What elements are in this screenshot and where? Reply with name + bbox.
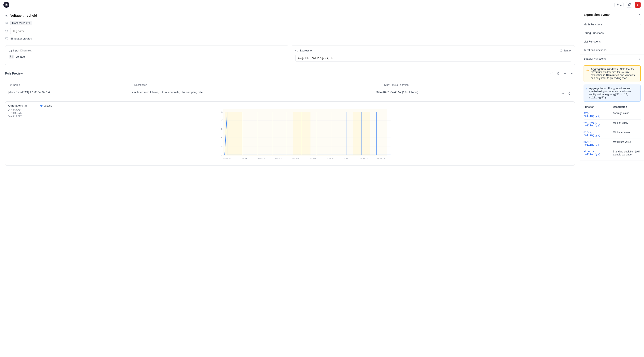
expression-card: Expression Syntax: [292, 45, 575, 65]
info-circle-icon: ℹ: [586, 87, 588, 99]
svg-text:04:49:02: 04:49:02: [258, 157, 265, 160]
svg-text:10: 10: [220, 119, 223, 122]
list-functions-row[interactable]: List Functions ›: [580, 37, 644, 46]
chart-svg-wrap: voltage 12 10 8 6 4 2: [40, 104, 572, 163]
tag-row: [5, 28, 575, 34]
rp-header: Expression Syntax ×: [580, 10, 644, 20]
simulator-row: Simulator created: [5, 37, 575, 40]
info-content: Aggregations : All aggregations are quer…: [589, 87, 638, 99]
tag-input[interactable]: [10, 28, 74, 34]
func-max-name: max(x,rolling(y)): [584, 140, 611, 146]
annotations-title: Annotations (3): [8, 104, 35, 107]
right-panel: Expression Syntax × Math Functions › Str…: [580, 10, 644, 357]
annotation-time-3: 04:49:11.577: [8, 115, 35, 118]
simulator-label: Simulator created: [10, 37, 32, 40]
chart-area: Annotations (3) 04:48:57.764 04:49:05.57…: [8, 104, 572, 163]
svg-text:04:48:58: 04:48:58: [223, 157, 231, 160]
rp-close-button[interactable]: ×: [639, 13, 640, 17]
iteration-functions-section: Iteration Functions ›: [580, 46, 644, 54]
func-col1: Function: [584, 106, 611, 108]
user-avatar[interactable]: B: [634, 2, 640, 8]
chart-view-button[interactable]: [560, 90, 566, 96]
string-functions-row[interactable]: String Functions ›: [580, 29, 644, 37]
svg-rect-1: [6, 15, 8, 15]
svg-rect-10: [11, 50, 12, 52]
info-text2: .: [607, 96, 608, 99]
math-functions-row[interactable]: Math Functions ›: [580, 20, 644, 28]
expand-button[interactable]: [569, 70, 575, 76]
refresh-button[interactable]: [548, 70, 554, 76]
rule-preview-actions: [548, 70, 575, 76]
math-functions-section: Math Functions ›: [580, 20, 644, 29]
list-functions-section: List Functions ›: [580, 37, 644, 46]
iteration-functions-row[interactable]: Iteration Functions ›: [580, 46, 644, 54]
stateful-functions-row[interactable]: Stateful Functions ∨: [580, 54, 644, 63]
svg-text:2: 2: [221, 154, 222, 156]
svg-text:04:49:12: 04:49:12: [343, 157, 350, 160]
func-max-desc: Maximum value: [613, 140, 641, 144]
badge-row: MarsRover2024: [5, 21, 575, 26]
logo[interactable]: [4, 2, 10, 8]
chart-container: Annotations (3) 04:48:57.764 04:49:05.57…: [5, 102, 575, 166]
list-functions-label: List Functions: [584, 40, 601, 43]
warning-title: Aggregation Windows: [591, 68, 618, 71]
string-functions-label: String Functions: [584, 32, 604, 34]
delete-button[interactable]: [555, 70, 561, 76]
channel-number: $1: [9, 55, 14, 58]
legend-dot: [40, 104, 42, 107]
func-row-median: median(x,rolling(y)) Median value: [584, 120, 640, 129]
math-functions-label: Math Functions: [584, 23, 602, 26]
plus-icon: [564, 72, 566, 75]
left-content: Voltage threshold MarsRover2024: [0, 10, 580, 357]
aggregations-info: ℹ Aggregations : All aggregations are qu…: [584, 84, 640, 102]
math-chevron-icon: ›: [640, 23, 640, 26]
topnav-right: 1 B: [614, 2, 640, 8]
svg-rect-2: [6, 15, 7, 16]
channel-name: voltage: [16, 55, 25, 58]
iteration-functions-label: Iteration Functions: [584, 48, 606, 52]
bell-icon: [616, 3, 619, 6]
svg-rect-6: [6, 37, 8, 39]
run-name-cell: [MarsRover2024].1730364537764: [8, 90, 128, 94]
rule-preview-section: Rule Preview: [5, 70, 575, 166]
annotation-time-1: 04:48:57.764: [8, 108, 35, 111]
row-actions: [560, 90, 572, 96]
chart-legend: voltage: [40, 104, 572, 107]
rule-preview-title: Rule Preview: [5, 72, 23, 75]
svg-rect-7: [9, 51, 10, 52]
aggregation-windows-warning: ⚠ Aggregation Windows : Note that the ma…: [584, 65, 640, 82]
input-channels-header: Input Channels: [9, 49, 285, 52]
functions-table: Function Description avg(x,rolling(y)) A…: [584, 104, 640, 158]
dataset-badge[interactable]: MarsRover2024: [10, 21, 32, 26]
input-channels-title: Input Channels: [13, 49, 32, 52]
func-stdev-name: stdev(x,rolling(y)): [584, 150, 611, 156]
expression-input[interactable]: [295, 55, 571, 62]
warning-icon: ⚠: [586, 68, 589, 80]
svg-text:8: 8: [221, 128, 222, 130]
delete-row-button[interactable]: [566, 90, 572, 96]
description-cell: simulated run: 1 flows, 8 total channels…: [132, 90, 372, 94]
expression-header: Expression Syntax: [295, 49, 571, 52]
rule-preview-header: Rule Preview: [5, 70, 575, 79]
iteration-chevron-icon: ›: [640, 49, 640, 52]
channel-item: $1 voltage: [9, 55, 285, 58]
chart-svg: 12 10 8 6 4 2: [40, 109, 572, 162]
svg-point-4: [6, 22, 8, 23]
func-row-avg: avg(x,rolling(y)) Average value: [584, 110, 640, 120]
chart-icon: [9, 49, 12, 52]
main-wrapper: Voltage threshold MarsRover2024: [0, 10, 644, 357]
svg-text:04:49: 04:49: [242, 157, 246, 160]
func-median-desc: Median value: [613, 121, 641, 124]
trash-icon: [557, 72, 560, 75]
notification-button[interactable]: 1: [614, 2, 624, 7]
add-button[interactable]: [562, 70, 568, 76]
theme-toggle[interactable]: [626, 2, 632, 8]
start-time-cell: 2024-10-31 04:48:57 (19s, 214ms): [376, 90, 556, 94]
string-functions-section: String Functions ›: [580, 29, 644, 37]
expression-title: Expression: [300, 49, 313, 52]
col-start-time: Start Time & Duration: [384, 84, 569, 86]
syntax-help-btn[interactable]: Syntax: [560, 49, 571, 52]
svg-rect-3: [6, 16, 8, 16]
col-description: Description: [134, 84, 381, 86]
database-icon: [5, 21, 8, 25]
